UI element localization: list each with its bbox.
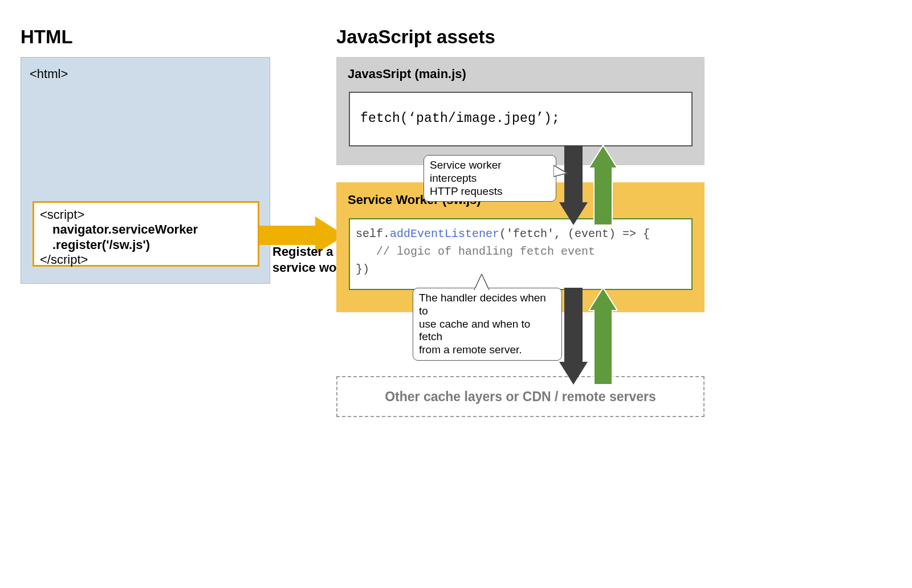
arrow-up-top — [589, 145, 617, 225]
svg-marker-1 — [559, 145, 588, 225]
svg-marker-5 — [553, 165, 567, 177]
heading-html: HTML — [21, 26, 73, 48]
svg-marker-3 — [559, 288, 588, 385]
svg-marker-6 — [474, 274, 489, 290]
fetch-code-box: fetch(‘path/image.jpeg’); — [349, 92, 693, 146]
script-line-1: navigator.serviceWorker — [40, 222, 252, 237]
svg-marker-4 — [589, 288, 617, 385]
sw-code-box: self.addEventListener('fetch', (event) =… — [349, 218, 693, 290]
script-register-box: <script> navigator.serviceWorker .regist… — [32, 201, 259, 267]
arrow-up-bottom — [589, 288, 617, 385]
sw-code-l1: self.addEventListener('fetch', (event) =… — [356, 225, 686, 243]
bubble1-l2: HTTP requests — [430, 185, 502, 197]
arrow-down-top — [559, 145, 588, 225]
register-label-l1: Register a — [272, 244, 333, 259]
js-main-title: JavasSript (main.js) — [348, 67, 466, 81]
html-open-tag: <html> — [30, 67, 68, 81]
bubble2-l2: use cache and when to fetch — [419, 318, 530, 343]
sw-code-l2: // logic of handling fetch event — [356, 243, 686, 260]
sw-code-l1a: self. — [356, 227, 390, 240]
sw-code-l3: }) — [356, 260, 686, 278]
bottom-cache-label: Other cache layers or CDN / remote serve… — [385, 389, 656, 405]
script-close: </script> — [40, 252, 252, 267]
script-open: <script> — [40, 207, 252, 222]
bubble2-tail — [472, 274, 491, 290]
bubble2-l3: from a remote server. — [419, 344, 522, 356]
bubble2-l1: The handler decides when to — [419, 292, 546, 317]
bubble-handler: The handler decides when to use cache an… — [413, 288, 562, 361]
bubble-intercepts: Service worker intercepts HTTP requests — [424, 155, 556, 202]
sw-code-l1b: addEventListener — [390, 227, 499, 240]
heading-js-assets: JavaScript assets — [336, 26, 495, 48]
bubble1-tail — [553, 163, 571, 180]
arrow-down-bottom — [559, 288, 588, 385]
svg-marker-2 — [589, 145, 617, 225]
script-line-2: .register('/sw.js') — [40, 238, 252, 252]
bottom-cache-box: Other cache layers or CDN / remote serve… — [336, 376, 705, 417]
sw-code-l1c: ('fetch', (event) => { — [499, 227, 650, 240]
bubble1-l1: Service worker intercepts — [430, 159, 502, 184]
